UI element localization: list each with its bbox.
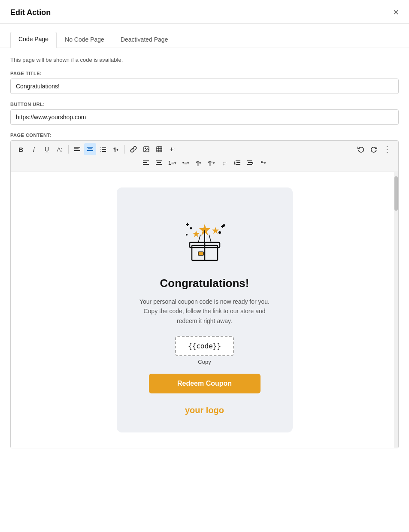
svg-point-43 xyxy=(223,224,225,227)
svg-rect-33 xyxy=(247,164,252,165)
svg-rect-22 xyxy=(143,162,147,163)
tabs-container: Code Page No Code Page Deactivated Page xyxy=(0,24,409,48)
svg-rect-4 xyxy=(87,147,93,148)
close-button[interactable]: × xyxy=(393,8,399,17)
align-center-2-button[interactable] xyxy=(153,157,165,169)
editor-wrapper: Congratulations! Your personal coupon co… xyxy=(11,172,398,448)
preview-title: Congratulations! xyxy=(160,277,249,290)
scrollbar-track xyxy=(394,172,398,448)
paragraph-button[interactable]: ¶▾ xyxy=(110,143,122,155)
button-url-input[interactable] xyxy=(10,109,399,125)
svg-rect-5 xyxy=(88,148,92,149)
svg-line-51 xyxy=(198,235,200,242)
logo-area: your logo xyxy=(185,405,224,415)
tab-no-code-page[interactable]: No Code Page xyxy=(57,32,112,48)
svg-rect-27 xyxy=(236,160,240,161)
page-content-label: PAGE CONTENT: xyxy=(10,133,399,138)
copy-label: Copy xyxy=(198,359,211,365)
svg-rect-6 xyxy=(87,150,93,151)
page-description: This page will be shown if a code is ava… xyxy=(10,57,399,63)
align-center-button[interactable] xyxy=(84,143,96,155)
modal-header: Edit Action × xyxy=(0,0,409,24)
svg-rect-16 xyxy=(157,147,162,152)
svg-marker-30 xyxy=(234,161,236,165)
svg-rect-28 xyxy=(236,162,240,163)
svg-rect-0 xyxy=(74,147,80,148)
paragraph-style2-dropdown[interactable]: ¶*▾ xyxy=(206,157,218,169)
svg-rect-10 xyxy=(102,151,106,152)
svg-text:3: 3 xyxy=(100,151,101,152)
page-title-label: PAGE TITLE: xyxy=(10,71,399,76)
line-height-dropdown[interactable]: ↕: xyxy=(218,157,230,169)
scrollbar-thumb[interactable] xyxy=(394,176,398,211)
page-content-group: PAGE CONTENT: B i U A: xyxy=(10,133,399,448)
modal-title: Edit Action xyxy=(10,8,51,17)
align-left-2-button[interactable] xyxy=(140,157,152,169)
insert-more-button[interactable]: +: xyxy=(166,143,178,155)
svg-point-45 xyxy=(186,234,188,236)
bullet-list-dropdown[interactable]: •≡▾ xyxy=(180,157,192,169)
code-placeholder: {{code}} xyxy=(175,336,234,356)
editor-container: B i U A: xyxy=(10,140,399,448)
logo-orange-text: logo xyxy=(206,405,224,415)
page-title-input[interactable] xyxy=(10,79,399,94)
redo-button[interactable] xyxy=(368,143,380,155)
table-button[interactable] xyxy=(153,143,165,155)
preview-card: Congratulations! Your personal coupon co… xyxy=(117,187,293,432)
svg-point-42 xyxy=(218,231,221,234)
svg-marker-41 xyxy=(193,230,200,237)
toolbar-row-1: B i U A: xyxy=(15,143,394,155)
svg-rect-38 xyxy=(198,252,203,255)
svg-rect-23 xyxy=(143,164,149,165)
ordered-list-button[interactable]: 1 2 3 xyxy=(97,143,109,155)
editor-toolbar: B i U A: xyxy=(11,141,398,172)
blockquote-dropdown[interactable]: ❝▾ xyxy=(257,157,269,169)
preview-illustration xyxy=(175,205,235,266)
tab-code-page[interactable]: Code Page xyxy=(10,32,57,48)
editor-body[interactable]: Congratulations! Your personal coupon co… xyxy=(11,172,398,448)
button-url-group: BUTTON URL: xyxy=(10,102,399,125)
svg-point-15 xyxy=(145,148,146,149)
svg-rect-25 xyxy=(157,162,161,163)
separator-2 xyxy=(124,145,125,154)
svg-rect-1 xyxy=(74,148,79,149)
tabs: Code Page No Code Page Deactivated Page xyxy=(10,31,399,48)
svg-rect-2 xyxy=(74,150,80,151)
numbered-list-dropdown[interactable]: 1≡▾ xyxy=(166,157,179,169)
tab-deactivated-page[interactable]: Deactivated Page xyxy=(112,32,176,48)
svg-rect-26 xyxy=(156,164,162,165)
content-area: This page will be shown if a code is ava… xyxy=(0,48,409,465)
separator-1 xyxy=(68,145,69,154)
preview-description: Your personal coupon code is now ready f… xyxy=(139,297,270,326)
italic-button[interactable]: i xyxy=(28,143,40,155)
underline-button[interactable]: U xyxy=(41,143,53,155)
svg-rect-29 xyxy=(236,164,240,165)
svg-rect-24 xyxy=(156,160,162,161)
undo-button[interactable] xyxy=(355,143,367,155)
image-button[interactable] xyxy=(140,143,152,155)
svg-rect-32 xyxy=(248,162,252,163)
svg-marker-34 xyxy=(252,161,253,165)
paragraph-style-dropdown[interactable]: ¶▾ xyxy=(193,157,205,169)
button-url-label: BUTTON URL: xyxy=(10,102,399,107)
indent-increase-button[interactable] xyxy=(231,157,243,169)
svg-rect-9 xyxy=(102,149,106,150)
logo-black-text: your xyxy=(185,405,203,415)
font-size-button[interactable]: A: xyxy=(54,143,66,155)
page-title-group: PAGE TITLE: xyxy=(10,71,399,94)
svg-rect-8 xyxy=(102,147,106,148)
svg-rect-21 xyxy=(143,160,149,161)
svg-rect-31 xyxy=(247,160,252,161)
link-button[interactable] xyxy=(127,143,139,155)
toolbar-row-2: 1≡▾ •≡▾ ¶▾ ¶*▾ ↕: xyxy=(15,157,394,169)
align-left-button[interactable] xyxy=(71,143,83,155)
svg-marker-40 xyxy=(212,227,219,234)
more-options-button[interactable]: ⋮ xyxy=(381,143,394,155)
redeem-button[interactable]: Redeem Coupon xyxy=(149,374,261,393)
indent-decrease-button[interactable] xyxy=(244,157,256,169)
svg-line-52 xyxy=(209,235,211,242)
svg-point-44 xyxy=(190,227,192,230)
bold-button[interactable]: B xyxy=(15,143,27,155)
